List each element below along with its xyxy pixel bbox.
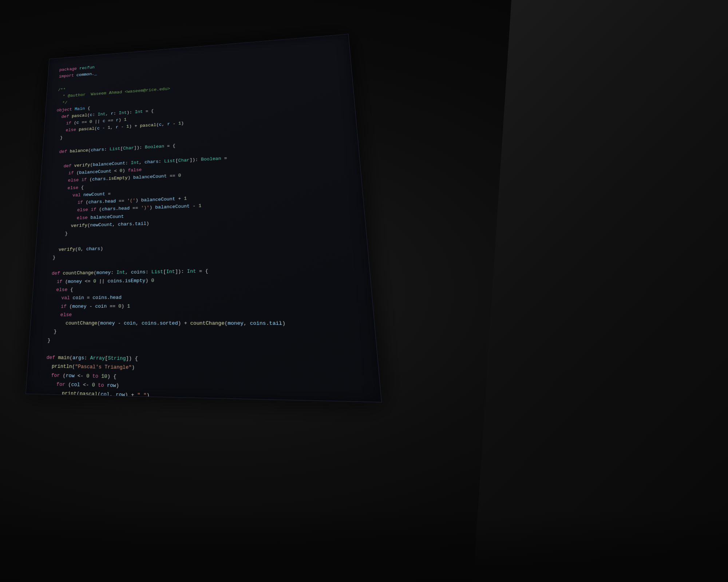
code-editor: package recfun import common._ /** * @au… <box>25 34 382 402</box>
code-line-35: countChange(money - coin, coins.sorted) … <box>43 319 360 328</box>
right-panel <box>473 0 728 582</box>
scene: package recfun import common._ /** * @au… <box>0 0 728 582</box>
code-line-33: if (money - coin == 0) 1 <box>44 301 358 311</box>
code-line-34: else <box>43 310 359 319</box>
